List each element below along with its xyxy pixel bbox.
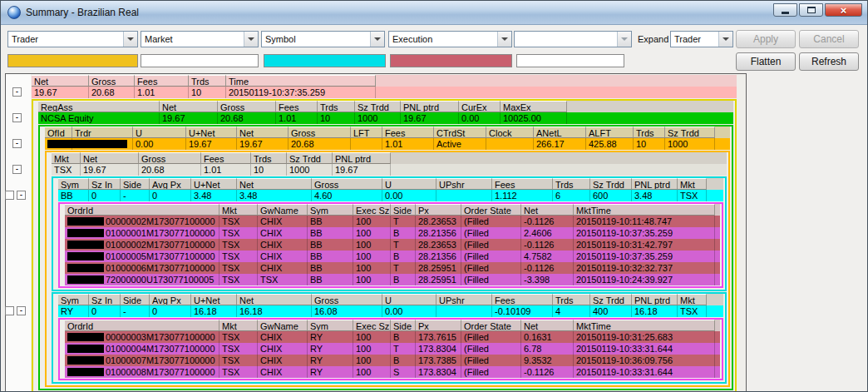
collapse-toggle[interactable]: - (12, 139, 22, 148)
column-header[interactable]: UPshr (436, 294, 492, 305)
column-header[interactable]: Net (521, 320, 574, 331)
order-row[interactable]: 01000001M173077100000TSXCHIXBB100B28.213… (65, 227, 720, 239)
column-header[interactable]: Side (391, 204, 416, 216)
refresh-button[interactable]: Refresh (799, 52, 859, 71)
execution-filter-combo[interactable]: Execution (388, 31, 512, 47)
column-header[interactable]: Trds (251, 152, 287, 164)
column-header[interactable]: Fees (492, 294, 553, 305)
order-row[interactable]: 72000000U173077100005TSXTSXBB100B28.2595… (65, 274, 720, 285)
column-header[interactable]: Sz Trdd (590, 178, 632, 190)
column-header[interactable]: Mkt (219, 320, 258, 331)
order-row[interactable]: 01000006M173077100000TSXCHIXBB100T28.259… (65, 262, 720, 274)
column-header[interactable]: Sz In (89, 294, 121, 305)
column-header[interactable]: UPshr (436, 178, 492, 190)
color-input-3[interactable] (264, 54, 386, 67)
column-header[interactable]: Gross (89, 75, 135, 87)
column-header[interactable]: U (382, 178, 436, 190)
column-header[interactable]: U+Net (186, 127, 237, 138)
dropdown-icon[interactable] (617, 32, 631, 47)
trader-filter-combo[interactable]: Trader (7, 31, 138, 47)
column-header[interactable]: PNL ptrd (632, 178, 678, 190)
column-header[interactable]: ANetL (534, 127, 586, 138)
symbol-filter-combo[interactable]: Symbol (261, 31, 385, 47)
collapse-toggle[interactable]: - (12, 165, 22, 174)
column-header[interactable]: Avg Px (150, 294, 191, 305)
column-header[interactable]: ALFT (586, 127, 634, 138)
market-filter-combo[interactable]: Market (141, 31, 259, 47)
column-header[interactable]: Net (32, 75, 89, 87)
column-header[interactable]: Time (226, 75, 376, 87)
column-header[interactable]: Gross (218, 101, 276, 112)
column-header[interactable]: U+Net (191, 178, 237, 190)
column-header[interactable]: Trds (634, 127, 665, 138)
column-header[interactable]: Gross (312, 294, 382, 305)
row-checkbox[interactable] (5, 306, 14, 315)
column-header[interactable]: Trds (189, 75, 226, 87)
apply-button[interactable]: Apply (736, 30, 796, 48)
color-input-2[interactable] (141, 54, 259, 67)
maximize-button[interactable] (799, 3, 823, 17)
column-header[interactable]: Trds (553, 294, 590, 305)
dropdown-icon[interactable] (718, 32, 732, 47)
column-header[interactable]: Fees (492, 178, 553, 190)
column-header[interactable]: PNL ptrd (632, 294, 678, 305)
column-header[interactable]: Mkt (52, 152, 81, 164)
column-header[interactable]: MaxEx (501, 101, 567, 112)
column-header[interactable]: MktTime (574, 204, 715, 216)
column-header[interactable]: Net (521, 204, 574, 216)
dropdown-icon[interactable] (370, 32, 384, 47)
column-header[interactable]: Px (416, 204, 461, 216)
color-input-1[interactable] (7, 54, 138, 67)
collapse-toggle[interactable]: - (17, 191, 26, 200)
column-header[interactable]: RegAss (38, 101, 160, 112)
collapse-toggle[interactable]: - (12, 87, 22, 97)
column-header[interactable]: Side (121, 178, 150, 190)
expand-combo[interactable]: Trader (670, 31, 733, 47)
symbol-row-bb[interactable]: - BB0-03.483.484.600.001.11266003.48TSX (58, 190, 723, 201)
column-header[interactable]: MktTime (574, 320, 715, 331)
column-header[interactable]: Gross (139, 152, 201, 164)
column-header[interactable]: OrdrId (65, 320, 219, 331)
column-header[interactable]: Clock (486, 127, 534, 138)
column-header[interactable]: CTrdSt (434, 127, 486, 138)
order-row[interactable]: 00000002M173077100000TSXCHIXBB100T28.236… (65, 216, 720, 227)
column-header[interactable]: Sym (58, 294, 89, 305)
column-header[interactable]: Sz Trdd (355, 101, 401, 112)
flatten-button[interactable]: Flatten (736, 52, 796, 71)
cancel-button[interactable]: Cancel (799, 30, 859, 48)
column-header[interactable]: OfId (45, 127, 72, 138)
column-header[interactable]: Gross (289, 127, 351, 138)
column-header[interactable]: Net (160, 101, 218, 112)
minimize-button[interactable] (773, 3, 797, 17)
order-row[interactable]: 01000002M173077100000TSXCHIXBB100T28.236… (65, 239, 720, 251)
column-header[interactable]: Sym (308, 204, 353, 216)
column-header[interactable]: U+Net (191, 294, 237, 305)
column-header[interactable]: Side (391, 320, 416, 331)
column-header[interactable]: GwName (258, 320, 308, 331)
column-header[interactable]: U (382, 294, 436, 305)
order-row[interactable]: 00000003M173077100000TSXCHIXRY100B173.76… (65, 331, 720, 343)
column-header[interactable]: Sym (58, 178, 89, 190)
collapse-toggle[interactable]: - (17, 306, 26, 315)
column-header[interactable]: Net (237, 178, 312, 190)
summary-row[interactable]: - 19.6720.681.011020150119-10:37:35.259 (32, 87, 737, 98)
column-header[interactable]: PNL ptrd (333, 152, 391, 164)
regass-row[interactable]: - NCSA Equity19.6720.681.0110100019.670.… (38, 112, 733, 124)
column-header[interactable]: Trds (553, 178, 590, 190)
order-row[interactable]: 01000008M173077100000TSXCHIXRY100S173.83… (65, 366, 720, 378)
row-checkbox[interactable] (5, 191, 14, 200)
column-header[interactable]: PNL ptrd (401, 101, 459, 112)
title-bar[interactable]: Summary - Brazilian Real × (1, 1, 867, 25)
extra-filter-combo[interactable] (514, 31, 632, 47)
column-header[interactable]: Exec Sz (353, 320, 391, 331)
order-row[interactable]: 01000005M173077100000TSXCHIXBB100B28.213… (65, 251, 720, 262)
column-header[interactable]: Px (416, 320, 461, 331)
column-header[interactable]: Mkt (219, 204, 258, 216)
column-header[interactable]: Sz Trdd (590, 294, 632, 305)
close-button[interactable]: × (825, 3, 862, 17)
column-header[interactable]: OrdrId (65, 204, 219, 216)
dropdown-icon[interactable] (244, 32, 258, 47)
column-header[interactable]: Sz Trdd (665, 127, 715, 138)
column-header[interactable]: CurEx (459, 101, 501, 112)
collapse-toggle[interactable]: - (12, 113, 22, 122)
